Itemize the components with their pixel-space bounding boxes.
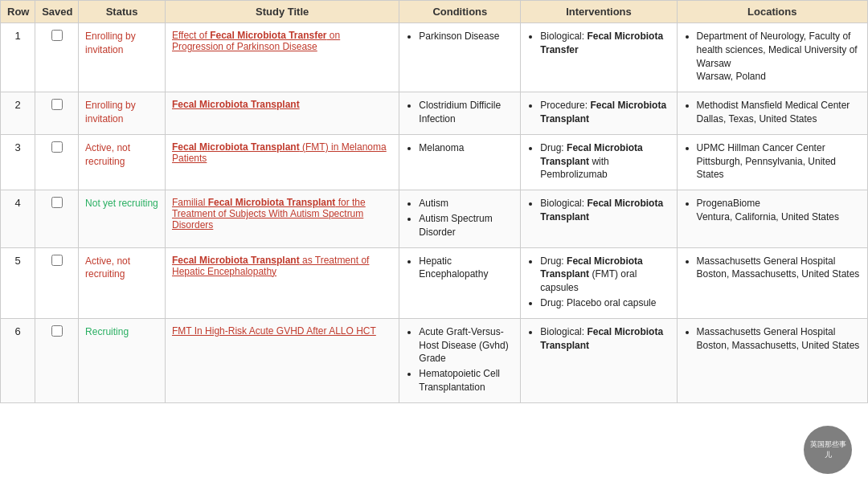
saved-cell [35, 318, 79, 402]
condition-item: Hepatic Encephalopathy [419, 255, 514, 282]
status-text: Enrolling by invitation [85, 31, 136, 55]
save-checkbox[interactable] [51, 30, 63, 41]
conditions-cell: Parkinson Disease [399, 23, 521, 92]
study-title-link[interactable]: FMT In High-Risk Acute GVHD After ALLO H… [172, 325, 376, 337]
saved-cell [35, 23, 79, 92]
saved-cell [35, 92, 79, 135]
locations-cell: Massachusetts General Hospital Boston, M… [677, 247, 867, 318]
saved-cell [35, 247, 79, 318]
interventions-cell: Drug: Fecal Microbiota Transplant with P… [521, 134, 677, 190]
title-cell: Fecal Microbiota Transplant as Treatment… [165, 247, 399, 318]
status-cell: Active, not recruiting [79, 247, 166, 318]
interventions-cell: Procedure: Fecal Microbiota Transplant [521, 92, 677, 135]
intervention-item: Drug: Fecal Microbiota Transplant with P… [540, 141, 669, 182]
header-locations: Locations [677, 1, 867, 23]
title-cell: Fecal Microbiota Transplant [165, 92, 399, 135]
study-title-link[interactable]: Fecal Microbiota Transplant (FMT) in Mel… [172, 141, 387, 164]
table-row: 5Active, not recruitingFecal Microbiota … [1, 247, 868, 318]
table-row: 2Enrolling by invitationFecal Microbiota… [1, 92, 868, 135]
header-status: Status [79, 1, 166, 23]
location-item: Methodist Mansfield Medical Center Dalla… [697, 99, 861, 126]
conditions-cell: Acute Graft-Versus-Host Disease (Gvhd) G… [399, 318, 521, 402]
row-number: 5 [1, 247, 35, 318]
header-row: Row [1, 1, 35, 23]
save-checkbox[interactable] [51, 141, 63, 153]
condition-item: Melanoma [419, 141, 514, 155]
study-title-link[interactable]: Effect of Fecal Microbiota Transfer on P… [172, 30, 340, 52]
intervention-item: Biological: Fecal Microbiota Transplant [540, 325, 669, 353]
status-cell: Recruiting [79, 318, 166, 402]
location-item: UPMC Hillman Cancer Center Pittsburgh, P… [697, 141, 861, 182]
title-cell: Effect of Fecal Microbiota Transfer on P… [165, 23, 399, 92]
results-table: Row Saved Status Study Title Conditions … [0, 0, 868, 403]
row-number: 3 [1, 134, 35, 190]
save-checkbox[interactable] [51, 197, 63, 208]
study-title-link[interactable]: Fecal Microbiota Transplant as Treatment… [172, 255, 369, 277]
status-text: Not yet recruiting [85, 198, 158, 209]
save-checkbox[interactable] [51, 325, 63, 337]
status-text: Enrolling by invitation [85, 100, 136, 125]
location-item: Massachusetts General Hospital Boston, M… [697, 255, 861, 282]
condition-item: Autism [419, 197, 514, 210]
save-checkbox[interactable] [51, 99, 63, 110]
intervention-item: Procedure: Fecal Microbiota Transplant [540, 99, 669, 126]
header-interventions: Interventions [521, 1, 677, 23]
table-row: 6RecruitingFMT In High-Risk Acute GVHD A… [1, 318, 868, 402]
condition-item: Acute Graft-Versus-Host Disease (Gvhd) G… [419, 325, 514, 365]
location-item: Department of Neurology, Faculty of heal… [697, 30, 861, 84]
table-row: 4Not yet recruitingFamilial Fecal Microb… [1, 190, 868, 247]
conditions-cell: AutismAutism Spectrum Disorder [399, 190, 521, 247]
title-cell: Fecal Microbiota Transplant (FMT) in Mel… [165, 134, 399, 190]
status-cell: Not yet recruiting [79, 190, 166, 247]
intervention-item: Drug: Placebo oral capsule [540, 296, 669, 310]
condition-item: Parkinson Disease [419, 30, 514, 43]
row-number: 6 [1, 318, 35, 402]
status-cell: Enrolling by invitation [79, 23, 166, 92]
location-item: ProgenaBiome Ventura, California, United… [697, 197, 861, 224]
condition-item: Clostridium Difficile Infection [419, 99, 514, 126]
location-item: Massachusetts General Hospital Boston, M… [697, 325, 861, 353]
study-title-link[interactable]: Familial Fecal Microbiota Transplant for… [172, 197, 366, 231]
status-text: Recruiting [85, 326, 129, 337]
interventions-cell: Biological: Fecal Microbiota Transplant [521, 190, 677, 247]
status-cell: Active, not recruiting [79, 134, 166, 190]
status-cell: Enrolling by invitation [79, 92, 166, 135]
header-conditions: Conditions [399, 1, 521, 23]
study-title-link[interactable]: Fecal Microbiota Transplant [172, 99, 300, 110]
locations-cell: ProgenaBiome Ventura, California, United… [677, 190, 867, 247]
intervention-item: Biological: Fecal Microbiota Transplant [540, 197, 669, 224]
locations-cell: UPMC Hillman Cancer Center Pittsburgh, P… [677, 134, 867, 190]
title-cell: FMT In High-Risk Acute GVHD After ALLO H… [165, 318, 399, 402]
table-row: 3Active, not recruitingFecal Microbiota … [1, 134, 868, 190]
conditions-cell: Melanoma [399, 134, 521, 190]
saved-cell [35, 134, 79, 190]
row-number: 4 [1, 190, 35, 247]
header-saved: Saved [35, 1, 79, 23]
row-number: 2 [1, 92, 35, 135]
locations-cell: Methodist Mansfield Medical Center Dalla… [677, 92, 867, 135]
interventions-cell: Drug: Fecal Microbiota Transplant (FMT) … [521, 247, 677, 318]
title-cell: Familial Fecal Microbiota Transplant for… [165, 190, 399, 247]
conditions-cell: Clostridium Difficile Infection [399, 92, 521, 135]
locations-cell: Massachusetts General Hospital Boston, M… [677, 318, 867, 402]
intervention-item: Biological: Fecal Microbiota Transfer [540, 30, 669, 57]
interventions-cell: Biological: Fecal Microbiota Transplant [521, 318, 677, 402]
status-text: Active, not recruiting [85, 255, 130, 280]
conditions-cell: Hepatic Encephalopathy [399, 247, 521, 318]
locations-cell: Department of Neurology, Faculty of heal… [677, 23, 867, 92]
intervention-item: Drug: Fecal Microbiota Transplant (FMT) … [540, 255, 669, 295]
interventions-cell: Biological: Fecal Microbiota Transfer [521, 23, 677, 92]
row-number: 1 [1, 23, 35, 92]
condition-item: Hematopoietic Cell Transplantation [419, 367, 514, 394]
table-row: 1Enrolling by invitationEffect of Fecal … [1, 23, 868, 92]
saved-cell [35, 190, 79, 247]
condition-item: Autism Spectrum Disorder [419, 212, 514, 239]
header-title: Study Title [165, 1, 399, 23]
status-text: Active, not recruiting [85, 142, 130, 167]
save-checkbox[interactable] [51, 255, 63, 266]
